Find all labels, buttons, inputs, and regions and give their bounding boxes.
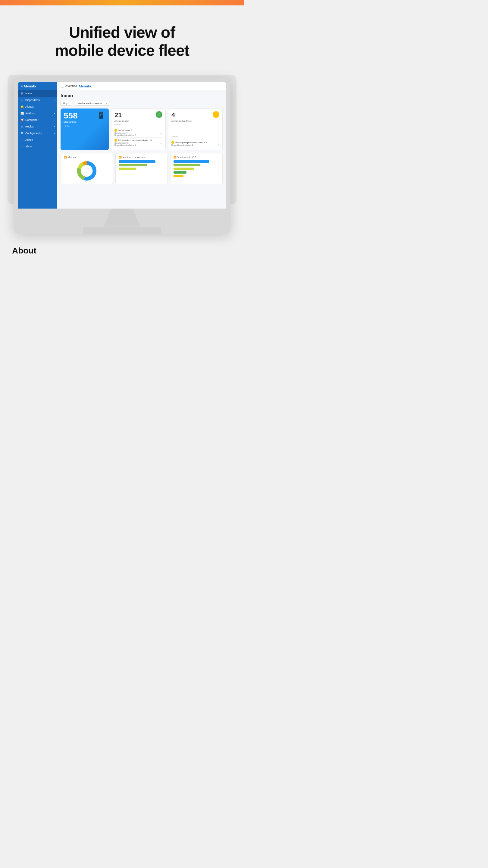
android-bar-1 (119, 160, 164, 163)
warn-icon-3: ! (171, 141, 174, 144)
top-gradient-bar (0, 0, 244, 5)
ios-chart-card: 📶 Versiones de iOS (170, 153, 223, 184)
device-count-label: Dispositivos (64, 121, 106, 123)
chevron-icon-3: ◂ (54, 119, 55, 121)
network-alert-item-2: ! Pérdida de conexión de datos: 10 Soluc… (115, 138, 162, 147)
network-alerts-card: 21 Alertas de red ✓ + Info ℹ (111, 108, 166, 150)
android-bar-fill-2 (119, 164, 147, 166)
marcas-donut (64, 160, 110, 181)
bottom-spacer (0, 268, 244, 358)
ios-bar-fill-5 (173, 175, 184, 177)
marcas-chart-title: 📶 Marcas (64, 156, 110, 158)
ios-chart-title: 📶 Versiones de iOS (173, 156, 219, 158)
android-bar-chart (119, 160, 164, 170)
sidebar-logo: ≡ Aternity (18, 82, 57, 90)
network-alert-label: Alertas de red (115, 120, 129, 122)
network-alert-item-1: ! Señal Móvil: 11 Solucionada: 11 Dispos… (115, 128, 162, 138)
ios-bar-fill-4 (173, 171, 187, 174)
hardware-status-icon: ! (213, 111, 219, 118)
warn-icon-1: ! (115, 129, 117, 132)
ios-bar-fill-1 (173, 160, 209, 163)
network-alert-items: ! Señal Móvil: 11 Solucionada: 11 Dispos… (115, 128, 162, 147)
hardware-info-link[interactable]: + Info ℹ (171, 134, 219, 138)
monitor-stand (18, 209, 226, 234)
warn-icon-2: ! (115, 139, 117, 142)
sidebar-item-dispositivos[interactable]: ▭ Dispositivos ◂ (18, 97, 57, 103)
eye-icon-1[interactable]: 👁 (160, 133, 162, 135)
hero-title: Unified view of mobile device fleet (12, 24, 232, 60)
about-section: About (0, 234, 244, 268)
main-body: Inicio Hoy Mostrar alertas solucion... (57, 90, 226, 209)
android-bar-2 (119, 164, 164, 166)
ios-bar-4 (173, 171, 219, 174)
home-icon: ⊞ (20, 92, 24, 95)
ios-bar-fill-2 (173, 164, 200, 166)
device-count-card: 558 Dispositivos 📱 + Info ℹ (61, 108, 109, 150)
ios-bar-1 (173, 160, 219, 163)
android-bar-fill-3 (119, 167, 136, 170)
chevron-icon-4: ◂ (54, 125, 55, 128)
chevron-icon-5: ◂ (54, 132, 55, 134)
app-container: ≡ Aternity ⊞ Inicio ▭ Dispositivos ◂ (18, 82, 226, 209)
phone-icon: 📱 (97, 112, 105, 119)
sidebar-item-comunicar[interactable]: 📢 Comunicar ◂ (18, 117, 57, 123)
hardware-alert-items: ! Descarga rápida de la batería: 4 Dispo… (171, 140, 219, 147)
chart-icon-ios: 📶 (173, 156, 176, 158)
sidebar-item-admin[interactable]: 👤 Admin (18, 136, 57, 143)
chart-icon-android: 📶 (119, 156, 122, 158)
alert-filter[interactable]: Mostrar alertas solucion... (75, 101, 110, 105)
chevron-icon-2: ◂ (54, 112, 55, 115)
hardware-alert-item-1: ! Descarga rápida de la batería: 4 Dispo… (171, 140, 219, 147)
ios-bar-fill-3 (173, 167, 194, 170)
hamburger-menu[interactable] (61, 85, 64, 87)
ios-bar-chart (173, 160, 219, 177)
network-alert-number: 21 (115, 111, 129, 119)
monitor-wrapper: ≡ Aternity ⊞ Inicio ▭ Dispositivos ◂ (9, 72, 235, 234)
sidebar-nav: ⊞ Inicio ▭ Dispositivos ◂ 🔔 Alertas (18, 90, 57, 209)
sidebar-item-inicio[interactable]: ⊞ Inicio (18, 90, 57, 97)
device-icon: ▭ (20, 98, 24, 102)
alert-icon: 🔔 (20, 105, 24, 108)
svg-point-4 (81, 165, 93, 177)
android-chart-title: 📶 Versiones de Android (119, 156, 164, 158)
sidebar-item-alertas[interactable]: 🔔 Alertas (18, 103, 57, 110)
communicate-icon: 📢 (20, 118, 24, 122)
main-content: riverbed Aternity Inicio Hoy (57, 82, 226, 209)
android-bar-fill-1 (119, 160, 156, 163)
network-info-link[interactable]: + Info ℹ (115, 122, 162, 126)
ios-bar-2 (173, 164, 219, 166)
hardware-alerts-card: 4 Alertas de hardware ! + Info ℹ (168, 108, 223, 150)
eye-icon-3[interactable]: 👁 (217, 144, 219, 146)
hardware-alert-number: 4 (171, 111, 192, 119)
android-chart-card: 📶 Versiones de Android (116, 153, 168, 184)
sidebar-item-configuracion[interactable]: ⚙ Configuración ◂ (18, 130, 57, 136)
admin-icon: 👤 (20, 138, 24, 142)
chevron-icon: ◂ (54, 99, 55, 101)
sidebar-item-about[interactable]: 👤 About (18, 143, 57, 150)
hardware-alert-label: Alertas de hardware (171, 120, 192, 122)
sidebar: ≡ Aternity ⊞ Inicio ▭ Dispositivos ◂ (18, 82, 57, 209)
ios-bar-5 (173, 175, 219, 177)
filter-row: Hoy Mostrar alertas solucion... (61, 101, 223, 105)
device-info-link[interactable]: + Info ℹ (64, 125, 106, 127)
chart-icon-marcas: 📶 (64, 156, 67, 158)
charts-row: 📶 Marcas (61, 153, 223, 184)
hardware-card-top: 4 Alertas de hardware ! (171, 111, 219, 122)
stand-neck (104, 209, 140, 227)
sidebar-item-analisis[interactable]: 📊 Análisis ◂ (18, 110, 57, 117)
brand-logo: riverbed Aternity (65, 84, 91, 88)
rules-icon: ⚙ (20, 125, 24, 128)
main-header: riverbed Aternity (57, 82, 226, 90)
ios-bar-3 (173, 167, 219, 170)
monitor-outer: ≡ Aternity ⊞ Inicio ▭ Dispositivos ◂ (13, 78, 230, 234)
about-title: About (12, 246, 232, 255)
android-bar-3 (119, 167, 164, 170)
config-icon: ⚙ (20, 131, 24, 135)
network-card-top: 21 Alertas de red ✓ (115, 111, 162, 122)
sidebar-item-reglas[interactable]: ⚙ Reglas ◂ (18, 123, 57, 130)
analytics-icon: 📊 (20, 112, 24, 115)
monitor-screen: ≡ Aternity ⊞ Inicio ▭ Dispositivos ◂ (18, 82, 226, 209)
date-filter[interactable]: Hoy (61, 101, 72, 105)
eye-icon-2[interactable]: 👁 (160, 143, 162, 145)
marcas-chart-card: 📶 Marcas (61, 153, 113, 184)
